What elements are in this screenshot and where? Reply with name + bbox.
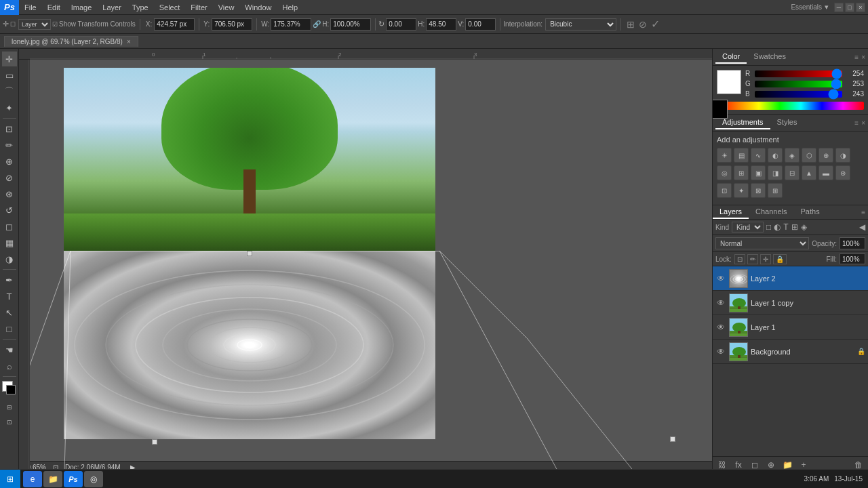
- screen-mode-button[interactable]: ⊡: [3, 416, 16, 428]
- quick-mask-button[interactable]: ⊟: [3, 401, 16, 413]
- bw-adj[interactable]: ◑: [835, 148, 850, 163]
- lasso-tool[interactable]: ⌒: [2, 84, 17, 99]
- spot-heal-tool[interactable]: ⊕: [2, 154, 17, 169]
- explorer-taskbar-button[interactable]: 📁: [43, 471, 62, 487]
- g-slider[interactable]: [755, 81, 842, 87]
- lock-transparent-icon[interactable]: ⊡: [734, 254, 745, 264]
- photo-filter-adj[interactable]: ◎: [717, 165, 732, 180]
- transform-handle-left-center[interactable]: [152, 439, 157, 445]
- eraser-tool[interactable]: ◻: [2, 219, 17, 234]
- auto-select-checkbox[interactable]: ☐: [10, 21, 16, 28]
- cancel-transform-icon[interactable]: ⊘: [639, 19, 647, 30]
- chrome-taskbar-button[interactable]: ◎: [84, 471, 103, 487]
- foreground-background-colors[interactable]: [2, 381, 17, 396]
- path-selection-tool[interactable]: ↖: [2, 305, 17, 320]
- transform-handle-right-center[interactable]: [670, 436, 675, 442]
- tab-channels[interactable]: Channels: [749, 205, 793, 219]
- warp-icon[interactable]: ⊞: [627, 19, 635, 30]
- crop-tool[interactable]: ⊡: [2, 121, 17, 136]
- layers-panel-menu[interactable]: ≡: [861, 209, 868, 216]
- adj-panel-menu[interactable]: ≡: [854, 119, 859, 127]
- layer1-visibility-icon[interactable]: 👁: [715, 323, 726, 332]
- adj12[interactable]: ⊞: [768, 183, 783, 198]
- zoom-tool[interactable]: ⌕: [2, 359, 17, 373]
- canvas-container[interactable]: ∠: 48.5°: [30, 60, 712, 473]
- filter-icon-shape[interactable]: ⊞: [791, 222, 798, 232]
- magic-wand-tool[interactable]: ✦: [2, 100, 17, 115]
- menu-filter[interactable]: Filter: [185, 2, 212, 13]
- layer2-visibility-icon[interactable]: 👁: [715, 274, 726, 283]
- layer-item-background[interactable]: 👁 Background 🔒: [713, 340, 868, 364]
- background-color[interactable]: [6, 385, 16, 394]
- color-spectrum-bar[interactable]: [717, 102, 864, 110]
- menu-image[interactable]: Image: [66, 2, 98, 13]
- eyedropper-tool[interactable]: ✏: [2, 138, 17, 152]
- layer1copy-visibility-icon[interactable]: 👁: [715, 298, 726, 308]
- link-wh-icon[interactable]: 🔗: [313, 20, 321, 28]
- filter-toggle[interactable]: ◀: [859, 222, 865, 232]
- move-tool[interactable]: ✛: [2, 52, 17, 66]
- filter-icon-pixel[interactable]: □: [766, 222, 771, 232]
- layer-item-layer1[interactable]: 👁 Layer 1: [713, 315, 868, 340]
- threshold-adj[interactable]: ▲: [802, 165, 816, 180]
- posterize-adj[interactable]: ⊟: [785, 165, 800, 180]
- levels-adj[interactable]: ▤: [734, 148, 749, 163]
- gradient-map-adj[interactable]: ▬: [818, 165, 833, 180]
- interpolation-dropdown[interactable]: Bicubic Bilinear Nearest Neighbor: [545, 18, 616, 30]
- confirm-transform-icon[interactable]: ✓: [651, 18, 660, 30]
- x-input[interactable]: [154, 18, 195, 30]
- selective-color-adj[interactable]: ⊛: [835, 165, 850, 180]
- filter-icon-smart[interactable]: ◈: [801, 222, 807, 232]
- background-chip[interactable]: [712, 100, 728, 119]
- auto-select-dropdown[interactable]: Layer Group: [18, 19, 51, 30]
- adj11[interactable]: ⊠: [751, 183, 766, 198]
- tab-styles[interactable]: Styles: [770, 116, 804, 129]
- gradient-tool[interactable]: ▦: [2, 235, 17, 250]
- y-input[interactable]: [212, 18, 252, 30]
- menu-type[interactable]: Type: [127, 2, 154, 13]
- adj9[interactable]: ⊡: [717, 183, 732, 198]
- exposure-adj[interactable]: ◐: [768, 148, 783, 163]
- document-tab[interactable]: lonely.jpg @ 69.7% (Layer 2, RGB/8) ×: [4, 36, 138, 47]
- marquee-tool[interactable]: ▭: [2, 68, 17, 83]
- layer-item-layer2[interactable]: 👁 Layer 2: [713, 266, 868, 291]
- lock-pixels-icon[interactable]: ✏: [747, 254, 758, 264]
- tab-paths[interactable]: Paths: [794, 205, 827, 219]
- h2-input[interactable]: [426, 18, 456, 30]
- ps-taskbar-button[interactable]: Ps: [64, 471, 83, 487]
- menu-window[interactable]: Window: [239, 2, 277, 13]
- maximize-button[interactable]: □: [845, 3, 854, 12]
- minimize-button[interactable]: ─: [834, 3, 844, 12]
- color-balance-adj[interactable]: ⊕: [818, 148, 833, 163]
- fill-input[interactable]: [840, 253, 865, 264]
- ie-taskbar-button[interactable]: e: [23, 471, 42, 487]
- lock-position-icon[interactable]: ✛: [760, 254, 771, 264]
- h-input[interactable]: [330, 18, 371, 30]
- color-lookup-adj[interactable]: ▣: [751, 165, 766, 180]
- menu-layer[interactable]: Layer: [97, 2, 127, 13]
- tab-layers[interactable]: Layers: [713, 205, 749, 219]
- menu-select[interactable]: Select: [154, 2, 186, 13]
- transform-handle-top-center[interactable]: [247, 251, 252, 256]
- color-panel-close[interactable]: ×: [861, 54, 865, 61]
- tab-color[interactable]: Color: [715, 50, 747, 64]
- background-visibility-icon[interactable]: 👁: [715, 347, 726, 357]
- opacity-input[interactable]: [840, 237, 865, 249]
- kind-dropdown[interactable]: Kind: [732, 222, 764, 232]
- vibrance-adj[interactable]: ◈: [785, 148, 800, 163]
- shape-tool[interactable]: □: [2, 321, 17, 336]
- pen-tool[interactable]: ✒: [2, 272, 17, 287]
- channel-mixer-adj[interactable]: ⊞: [734, 165, 749, 180]
- essentials-dropdown-icon[interactable]: ▾: [825, 3, 829, 12]
- blend-mode-dropdown[interactable]: Normal Multiply Screen Overlay Soft Ligh…: [715, 237, 809, 249]
- foreground-chip[interactable]: [717, 70, 741, 94]
- angle-input[interactable]: [386, 18, 416, 30]
- tab-swatches[interactable]: Swatches: [747, 50, 793, 64]
- brightness-contrast-adj[interactable]: ☀: [717, 148, 732, 163]
- lock-all-icon[interactable]: 🔒: [773, 254, 787, 264]
- color-panel-menu[interactable]: ≡: [854, 54, 859, 61]
- brush-tool[interactable]: ⊘: [2, 170, 17, 185]
- adj-panel-close[interactable]: ×: [861, 119, 865, 127]
- tab-close-button[interactable]: ×: [127, 38, 131, 45]
- clone-stamp-tool[interactable]: ⊛: [2, 186, 17, 201]
